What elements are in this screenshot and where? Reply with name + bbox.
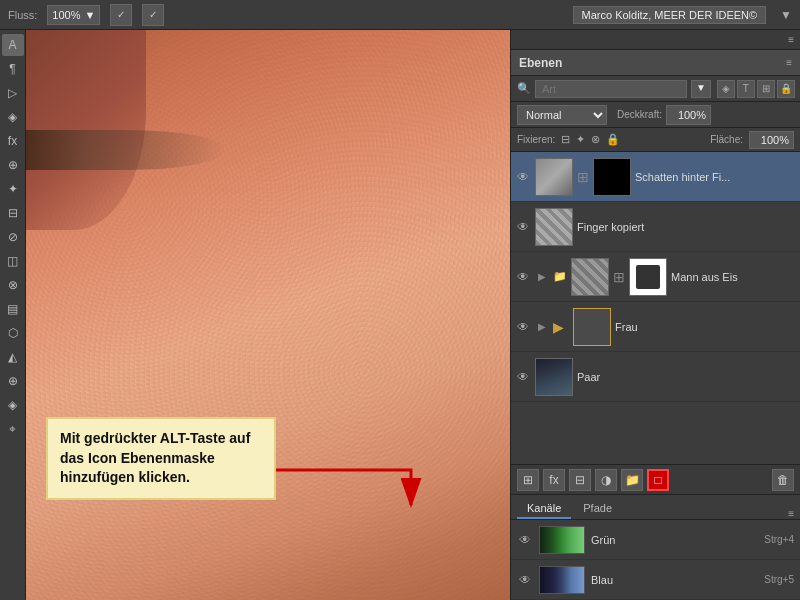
tool-option-2[interactable]: ✓ — [142, 4, 164, 26]
channel-shortcut: Strg+5 — [764, 574, 794, 585]
tabs-menu-btn[interactable]: ≡ — [788, 508, 794, 519]
tool-option-1[interactable]: ✓ — [110, 4, 132, 26]
tool-zoom[interactable]: ⊕ — [2, 154, 24, 176]
tool-select[interactable]: ⊟ — [2, 202, 24, 224]
blend-mode-row: Normal Deckkraft: — [511, 102, 800, 128]
channel-thumbnail — [539, 566, 585, 594]
tool-colors[interactable]: ◈ — [2, 106, 24, 128]
add-mask-btn[interactable]: ⊟ — [569, 469, 591, 491]
channel-visibility-eye[interactable]: 👁 — [517, 533, 533, 547]
blend-mode-select[interactable]: Normal — [517, 105, 607, 125]
layer-list: 👁 ⊞ Schatten hinter Fi... 👁 Finger kopie… — [511, 152, 800, 464]
channel-row[interactable]: 👁 Blau Strg+5 — [511, 560, 800, 600]
layer-visibility-eye[interactable]: 👁 — [515, 320, 531, 334]
delete-layer-btn[interactable]: 🗑 — [772, 469, 794, 491]
lock-row: Fixieren: ⊟ ✦ ⊗ 🔒 Fläche: — [511, 128, 800, 152]
panel-collapse-btn[interactable]: ≡ — [788, 34, 794, 45]
tab-paths[interactable]: Pfade — [573, 499, 622, 519]
channel-name: Blau — [591, 574, 758, 586]
annotation-text: Mit gedrückter ALT-Taste auf das Icon Eb… — [60, 430, 250, 485]
layers-bottom-toolbar: ⊞ fx ⊟ ◑ 📁 □ 🗑 — [511, 464, 800, 494]
channel-row[interactable]: 👁 Grün Strg+4 — [511, 520, 800, 560]
filter-btn-3[interactable]: ⊞ — [757, 80, 775, 98]
tool-type[interactable]: ⬡ — [2, 322, 24, 344]
layer-folder-icon: 📁 — [553, 270, 567, 283]
channel-shortcut: Strg+4 — [764, 534, 794, 545]
layer-thumbnail — [535, 158, 573, 196]
tabs-bar: Kanäle Pfade ≡ — [511, 494, 800, 520]
flux-label: Fluss: — [8, 9, 37, 21]
tool-pen[interactable]: ◭ — [2, 346, 24, 368]
tool-hand[interactable]: ✦ — [2, 178, 24, 200]
tool-move[interactable]: A — [2, 34, 24, 56]
main-layout: A ¶ ▷ ◈ fx ⊕ ✦ ⊟ ⊘ ◫ ⊗ ▤ ⬡ ◭ ⊕ ◈ ⌖ — [0, 30, 800, 600]
tool-heal[interactable]: ⊗ — [2, 274, 24, 296]
layer-link-icon: ⊞ — [613, 269, 625, 285]
layer-visibility-eye[interactable]: 👁 — [515, 270, 531, 284]
layer-row[interactable]: 👁 Paar — [511, 352, 800, 402]
tool-clone[interactable]: ◫ — [2, 250, 24, 272]
new-group-btn[interactable]: 📁 — [621, 469, 643, 491]
channels-list: 👁 Grün Strg+4 👁 Blau Strg+5 — [511, 520, 800, 600]
layer-name: Paar — [577, 371, 796, 383]
layer-name: Finger kopiert — [577, 221, 796, 233]
filter-btn-1[interactable]: ◈ — [717, 80, 735, 98]
layer-thumbnail — [571, 258, 609, 296]
layer-row[interactable]: 👁 ▶ ▶ Frau — [511, 302, 800, 352]
layer-visibility-eye[interactable]: 👁 — [515, 170, 531, 184]
right-panel: ≡ Ebenen ≡ 🔍 ▼ ◈ T ⊞ 🔒 — [510, 30, 800, 600]
tool-gradient[interactable]: ▤ — [2, 298, 24, 320]
filter-btn-2[interactable]: T — [737, 80, 755, 98]
layer-row[interactable]: 👁 ⊞ Schatten hinter Fi... — [511, 152, 800, 202]
tool-adjust[interactable]: ◈ — [2, 394, 24, 416]
layer-row[interactable]: 👁 ▶ 📁 ⊞ Mann aus Eis — [511, 252, 800, 302]
tool-lasso[interactable]: ⊘ — [2, 226, 24, 248]
layer-visibility-eye[interactable]: 👁 — [515, 370, 531, 384]
search-type-btn[interactable]: ▼ — [691, 80, 711, 98]
lock-position-icon[interactable]: ✦ — [576, 133, 585, 146]
link-layers-btn[interactable]: ⊞ — [517, 469, 539, 491]
channel-name: Grün — [591, 534, 758, 546]
search-input[interactable] — [535, 80, 687, 98]
fill-input[interactable] — [749, 131, 794, 149]
add-style-btn[interactable]: fx — [543, 469, 565, 491]
profile-dropdown[interactable]: Marco Kolditz, MEER DER IDEEN© — [573, 6, 767, 24]
canvas-image: Mit gedrückter ALT-Taste auf das Icon Eb… — [26, 30, 510, 600]
tool-shape[interactable]: ⊕ — [2, 370, 24, 392]
new-fill-btn[interactable]: ◑ — [595, 469, 617, 491]
layers-title: Ebenen — [519, 56, 562, 70]
channel-thumbnail — [539, 526, 585, 554]
layers-title-bar: Ebenen ≡ — [511, 50, 800, 76]
opacity-label: Deckkraft: — [617, 109, 662, 120]
lock-transparency-icon[interactable]: ⊗ — [591, 133, 600, 146]
lock-label: Fixieren: — [517, 134, 555, 145]
tool-brush[interactable]: ¶ — [2, 58, 24, 80]
flux-dropdown[interactable]: 100% ▼ — [47, 5, 100, 25]
channel-visibility-eye[interactable]: 👁 — [517, 573, 533, 587]
opacity-input[interactable] — [666, 105, 711, 125]
layer-expand-icon[interactable]: ▶ — [535, 321, 549, 332]
layer-visibility-eye[interactable]: 👁 — [515, 220, 531, 234]
filter-btn-4[interactable]: 🔒 — [777, 80, 795, 98]
tool-eraser[interactable]: ▷ — [2, 82, 24, 104]
tool-fx[interactable]: fx — [2, 130, 24, 152]
layers-menu-btn[interactable]: ≡ — [786, 57, 792, 68]
lock-all-icon[interactable]: 🔒 — [606, 133, 620, 146]
layer-mask-thumbnail — [593, 158, 631, 196]
layer-thumbnail — [535, 358, 573, 396]
layers-panel: Ebenen ≡ 🔍 ▼ ◈ T ⊞ 🔒 Normal — [511, 50, 800, 494]
layer-thumbnail — [535, 208, 573, 246]
layer-name: Frau — [615, 321, 796, 333]
tool-eyedropper[interactable]: ⌖ — [2, 418, 24, 440]
annotation-box: Mit gedrückter ALT-Taste auf das Icon Eb… — [46, 417, 276, 500]
tab-channels[interactable]: Kanäle — [517, 499, 571, 519]
layer-mask-thumbnail — [629, 258, 667, 296]
layer-link-icon: ⊞ — [577, 169, 589, 185]
canvas-area: Mit gedrückter ALT-Taste auf das Icon Eb… — [26, 30, 510, 600]
lock-pixels-icon[interactable]: ⊟ — [561, 133, 570, 146]
layer-expand-icon[interactable]: ▶ — [535, 271, 549, 282]
layer-row[interactable]: 👁 Finger kopiert — [511, 202, 800, 252]
add-layer-mask-btn[interactable]: □ — [647, 469, 669, 491]
top-toolbar: Fluss: 100% ▼ ✓ ✓ Marco Kolditz, MEER DE… — [0, 0, 800, 30]
layer-thumbnail — [573, 308, 611, 346]
